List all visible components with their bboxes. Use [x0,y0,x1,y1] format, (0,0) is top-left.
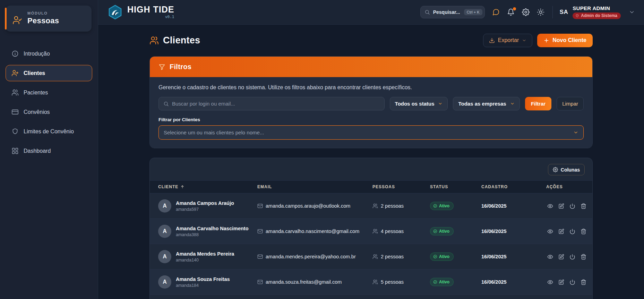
view-button[interactable] [546,253,554,261]
client-username: amanda140 [176,258,234,263]
module-selector[interactable]: MÓDULO Pessoas [6,6,92,32]
table-row[interactable]: A Amanda Mendes Pereira amanda140 amanda… [150,244,592,269]
column-header-pessoas[interactable]: PESSOAS [372,184,430,189]
client-name: Amanda Souza Freitas [176,276,230,282]
settings-button[interactable] [522,8,530,16]
status-cell: Ativo [430,252,481,261]
brand-text: HIGH TIDE v0.1 [127,5,174,19]
status-label: Ativo [439,280,449,284]
people-count: 4 pessoas [381,229,404,234]
chat-bubble-icon [492,8,500,16]
avatar: A [158,199,171,213]
status-dropdown[interactable]: Todos os status [390,97,448,110]
sidebar-item-pacientes[interactable]: Pacientes [6,84,92,101]
user-initials: SA [560,9,568,16]
new-client-button[interactable]: Novo Cliente [537,34,593,47]
actions-cell [546,227,587,235]
people-count: 2 pessoas [381,254,404,259]
status-badge: Ativo [430,227,454,235]
client-cell: A Amanda Carvalho Nascimento amanda388 [158,225,257,238]
plus-icon [543,38,549,43]
view-button[interactable] [546,278,554,286]
edit-button[interactable] [557,278,565,286]
deactivate-button[interactable] [568,278,576,286]
avatar: A [158,275,171,289]
brand: HIGH TIDE v0.1 [107,4,174,20]
filter-button[interactable]: Filtrar [525,97,552,110]
theme-toggle-button[interactable] [537,8,544,16]
global-search[interactable]: Pesquisar... Ctrl + K [420,6,485,18]
column-header-email[interactable]: EMAIL [257,184,372,189]
chevron-down-icon[interactable] [629,9,635,15]
status-dropdown-value: Todos os status [395,101,435,107]
mail-icon [257,203,263,209]
view-button[interactable] [546,227,554,235]
table-row[interactable]: A Amanda Carvalho Nascimento amanda388 a… [150,219,592,244]
sidebar-item-label: Limites de Convênio [24,128,74,135]
power-icon [569,229,575,234]
client-email: amanda.souza.freitas@gmail.com [266,279,342,285]
sidebar-item-introducao[interactable]: Introdução [6,45,92,62]
table-row[interactable]: A Amanda Campos Araújo amanda597 amanda.… [150,193,592,219]
column-header-acoes: AÇÕES [546,184,584,189]
export-button[interactable]: Exportar [483,34,532,47]
export-button-label: Exportar [498,37,519,43]
power-icon [569,203,575,209]
deactivate-button[interactable] [568,202,576,210]
column-header-status[interactable]: STATUS [430,184,481,189]
column-header-cliente[interactable]: CLIENTE [158,184,257,189]
client-cell: A Amanda Mendes Pereira amanda140 [158,250,257,263]
sidebar-item-label: Dashboard [24,148,51,154]
client-search-input[interactable] [172,101,380,107]
registration-date: 16/06/2025 [481,203,546,209]
edit-button[interactable] [557,227,565,235]
table-row[interactable]: A Amanda Souza Freitas amanda184 amanda.… [150,269,592,295]
edit-icon [558,279,564,285]
company-dropdown[interactable]: Todas as empresas [453,97,520,110]
clients-multiselect-placeholder: Selecione um ou mais clientes pelo nome.… [164,130,573,135]
delete-button[interactable] [579,253,587,261]
deactivate-button[interactable] [568,227,576,235]
new-client-button-label: Novo Cliente [552,37,586,43]
sidebar-item-dashboard[interactable]: Dashboard [6,143,92,159]
people-count: 2 pessoas [381,203,404,209]
deactivate-button[interactable] [568,253,576,261]
actions-cell [546,278,587,286]
sidebar-item-limites-de-convenio[interactable]: Limites de Convênio [6,123,92,140]
module-kicker: MÓDULO [27,11,59,15]
registration-date: 16/06/2025 [481,229,546,234]
page-actions: Exportar Novo Cliente [483,34,593,47]
table-toolbar: Colunas [150,158,592,180]
sidebar-item-convenios[interactable]: Convênios [6,104,92,120]
status-badge: Ativo [430,278,454,286]
sort-ascending-icon [180,185,184,189]
search-icon [163,101,169,107]
status-badge: Ativo [430,202,454,210]
edit-icon [558,229,564,234]
client-identity: Amanda Souza Freitas amanda184 [176,276,230,288]
edit-button[interactable] [557,202,565,210]
users-icon [372,229,378,234]
edit-button[interactable] [557,253,565,261]
user-menu[interactable]: SA SUPER ADMIN Admin do Sistema [560,5,635,19]
sidebar-item-clientes[interactable]: Clientes [6,65,92,81]
page-header: Clientes Exportar Novo Cliente [149,33,593,48]
users-icon [372,203,378,209]
clients-multiselect[interactable]: Selecione um ou mais clientes pelo nome.… [158,125,584,140]
view-button[interactable] [546,202,554,210]
delete-button[interactable] [579,278,587,286]
trash-icon [581,279,586,285]
column-header-cadastro[interactable]: CADASTRO [481,184,546,189]
delete-button[interactable] [579,202,587,210]
clear-button[interactable]: Limpar [557,97,584,110]
power-icon [569,254,575,260]
status-cell: Ativo [430,202,481,210]
delete-button[interactable] [579,227,587,235]
chat-button[interactable] [492,8,500,16]
columns-button-label: Colunas [561,167,580,173]
columns-button[interactable]: Colunas [548,164,585,175]
client-search-field [158,97,385,110]
notifications-button[interactable] [507,8,515,16]
eye-icon [547,229,553,234]
role-badge-label: Admin do Sistema [581,13,617,18]
